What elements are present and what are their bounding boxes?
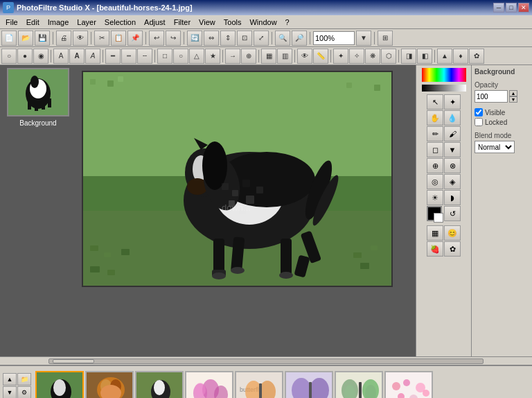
- tb-redo[interactable]: ↪: [166, 31, 181, 46]
- canvas-area[interactable]: down...: [76, 65, 416, 356]
- tb2-filter1[interactable]: ✦: [333, 49, 348, 64]
- tool-pencil[interactable]: ✏: [427, 126, 443, 141]
- tb2-line3[interactable]: ╌: [137, 49, 152, 64]
- menu-help[interactable]: ?: [281, 17, 294, 28]
- tb-cut[interactable]: ✂: [94, 31, 109, 46]
- menu-image[interactable]: Image: [44, 17, 73, 28]
- tb-rotate[interactable]: 🔄: [187, 31, 202, 46]
- thumb-img-7[interactable]: [384, 371, 433, 399]
- thumb-item-0[interactable]: beautiful-...: [35, 371, 84, 399]
- menu-view[interactable]: View: [195, 17, 220, 28]
- tb2-grad1[interactable]: ▦: [261, 49, 276, 64]
- tool-brush[interactable]: 🖌: [444, 126, 461, 141]
- fg-color-swatch[interactable]: [427, 206, 442, 221]
- tb2-stamp[interactable]: ⊕: [241, 49, 256, 64]
- tb-save[interactable]: 💾: [35, 31, 50, 46]
- thumb-item-6[interactable]: butterfly10: [335, 371, 383, 399]
- tb2-color2[interactable]: ◧: [417, 49, 432, 64]
- tool-texture1[interactable]: ▦: [427, 225, 443, 241]
- tb-fit[interactable]: ⊞: [378, 31, 393, 46]
- menu-file[interactable]: File: [1, 17, 22, 28]
- fs-nav-up[interactable]: ▲: [3, 373, 17, 386]
- tb-paste[interactable]: 📌: [127, 31, 143, 46]
- tool-blur[interactable]: ◎: [427, 174, 443, 189]
- menu-edit[interactable]: Edit: [22, 17, 44, 28]
- tool-magic-wand[interactable]: ✦: [444, 94, 461, 110]
- blend-mode-select[interactable]: Normal Multiply Screen Overlay: [475, 141, 515, 153]
- fs-nav-settings[interactable]: ⚙: [17, 386, 31, 398]
- thumb-item-2[interactable]: beautiful_...: [135, 371, 184, 399]
- visible-checkbox[interactable]: [475, 108, 483, 116]
- scroll-thumb[interactable]: [53, 359, 94, 363]
- restore-button[interactable]: □: [506, 3, 517, 12]
- tb2-a1[interactable]: A: [53, 49, 69, 64]
- scroll-track[interactable]: [48, 358, 484, 364]
- thumb-img-1[interactable]: Tiger: [85, 371, 134, 399]
- tool-heal[interactable]: ⊕: [427, 158, 443, 173]
- tool-burn[interactable]: ◗: [444, 190, 461, 205]
- tool-clone[interactable]: ⊗: [444, 158, 461, 173]
- tb2-eye[interactable]: 👁: [297, 49, 312, 64]
- thumb-item-7[interactable]: butterfly2: [384, 371, 433, 399]
- layer-thumbnail[interactable]: [7, 68, 69, 116]
- tool-dodge[interactable]: ☀: [427, 190, 443, 205]
- thumb-img-6[interactable]: [335, 371, 383, 399]
- bg-color-swatch[interactable]: [434, 213, 443, 223]
- thumb-img-4[interactable]: butterfly: [235, 371, 283, 399]
- menu-selection[interactable]: Selection: [100, 17, 140, 28]
- thumb-item-5[interactable]: butterfly1: [285, 371, 333, 399]
- minimize-button[interactable]: ─: [493, 3, 504, 12]
- opacity-input[interactable]: [475, 90, 508, 103]
- menu-layer[interactable]: Layer: [73, 17, 100, 28]
- tb2-brush2[interactable]: ●: [17, 49, 33, 64]
- tb2-measure[interactable]: 📏: [313, 49, 328, 64]
- tool-fruit[interactable]: 🍓: [427, 241, 443, 257]
- opacity-down[interactable]: ▼: [509, 96, 517, 103]
- image-canvas[interactable]: down...: [83, 72, 391, 286]
- menu-filter[interactable]: Filter: [170, 17, 195, 28]
- tb-zoom-in[interactable]: 🔍: [275, 31, 290, 46]
- tool-reset-colors[interactable]: ↺: [444, 206, 461, 221]
- tool-special[interactable]: ✿: [444, 241, 461, 257]
- filmstrip-scrollbar[interactable]: [0, 356, 532, 365]
- tb2-arrow-tool[interactable]: →: [225, 49, 240, 64]
- tb2-tri[interactable]: △: [189, 49, 204, 64]
- tb2-special1[interactable]: ▲: [437, 49, 452, 64]
- close-button[interactable]: ✕: [518, 3, 529, 12]
- menu-tools[interactable]: Tools: [220, 17, 246, 28]
- zoom-input[interactable]: [313, 31, 355, 45]
- tb2-star[interactable]: ★: [205, 49, 220, 64]
- tb2-line1[interactable]: ━: [105, 49, 121, 64]
- locked-checkbox[interactable]: [475, 118, 483, 126]
- menu-window[interactable]: Window: [245, 17, 281, 28]
- tb2-rect[interactable]: □: [157, 49, 172, 64]
- tb-flip-h[interactable]: ⇔: [204, 31, 219, 46]
- tb-resize[interactable]: ⤢: [254, 31, 269, 46]
- tb-crop[interactable]: ⊡: [237, 31, 252, 46]
- tb2-filter4[interactable]: ⬡: [381, 49, 396, 64]
- tb2-special3[interactable]: ✿: [469, 49, 484, 64]
- fs-nav-down[interactable]: ▼: [3, 386, 17, 398]
- tb2-grad2[interactable]: ▥: [277, 49, 292, 64]
- tool-sharpen[interactable]: ◈: [444, 174, 461, 189]
- thumb-img-3[interactable]: [185, 371, 233, 399]
- tb-new[interactable]: 📄: [1, 31, 17, 46]
- tb2-oval[interactable]: ○: [173, 49, 188, 64]
- thumb-img-0[interactable]: [35, 371, 84, 399]
- tb2-brush1[interactable]: ○: [1, 49, 17, 64]
- tb-zoom-out[interactable]: 🔎: [292, 31, 307, 46]
- opacity-up[interactable]: ▲: [509, 90, 517, 96]
- thumb-item-1[interactable]: Tiger Beautiful-...: [85, 371, 134, 399]
- tool-hand[interactable]: ✋: [427, 110, 443, 126]
- tool-face[interactable]: 😊: [444, 225, 461, 241]
- tb-open[interactable]: 📂: [18, 31, 33, 46]
- tb-copy[interactable]: 📋: [111, 31, 126, 46]
- thumb-img-2[interactable]: [135, 371, 184, 399]
- tb2-filter3[interactable]: ❋: [365, 49, 380, 64]
- tool-arrow[interactable]: ↖: [427, 94, 443, 110]
- menu-adjust[interactable]: Adjust: [140, 17, 170, 28]
- tb2-line2[interactable]: ┅: [121, 49, 136, 64]
- tb-flip-v[interactable]: ⇕: [220, 31, 236, 46]
- tb-undo[interactable]: ↩: [149, 31, 164, 46]
- tb2-special2[interactable]: ♦: [453, 49, 468, 64]
